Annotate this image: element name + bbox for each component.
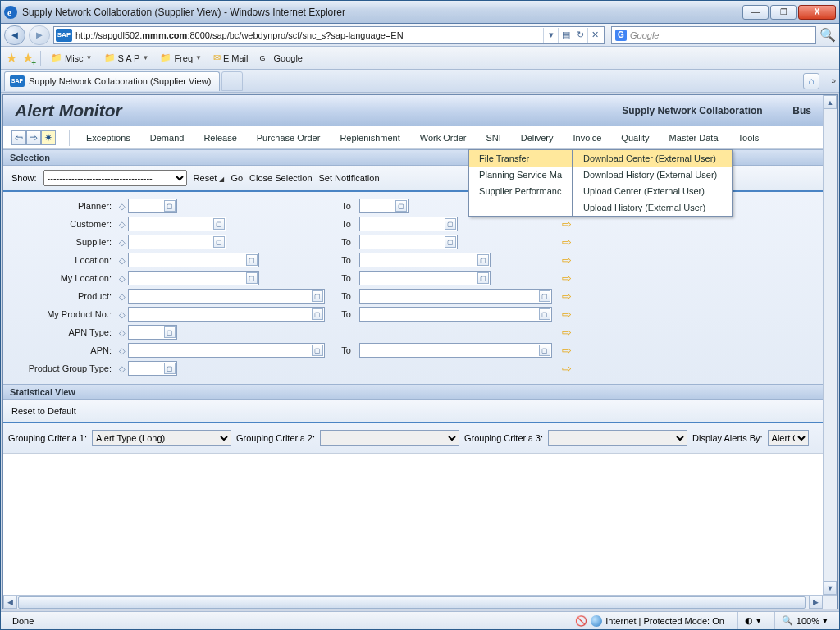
multi-select-icon[interactable]: ⇨ [562, 217, 572, 231]
close-button[interactable]: X [798, 5, 836, 20]
menu-sni[interactable]: SNI [477, 130, 509, 146]
search-box[interactable]: G Google [611, 26, 816, 44]
maximize-button[interactable]: ❐ [770, 5, 797, 20]
address-bar[interactable]: SAP http://sapgdl502.mmm.com:8000/sap/bc… [53, 26, 605, 44]
menu-exceptions[interactable]: Exceptions [78, 130, 139, 146]
toolbar-overflow-icon[interactable]: » [831, 76, 836, 85]
multi-select-icon[interactable]: ⇨ [562, 362, 572, 375]
multi-select-icon[interactable]: ⇨ [562, 344, 572, 357]
menu-quality[interactable]: Quality [613, 130, 657, 146]
go-link[interactable]: Go [231, 173, 243, 183]
f4-icon[interactable]: ▢ [164, 200, 176, 212]
menu-masterdata[interactable]: Master Data [661, 130, 727, 146]
nav-home-icon[interactable]: ✷ [41, 130, 56, 145]
planner-from-input[interactable]: ▢ [128, 199, 177, 213]
scroll-up-icon[interactable]: ▲ [824, 95, 837, 109]
home-button[interactable]: ⌂ [803, 73, 819, 89]
f4-icon[interactable]: ▢ [539, 308, 550, 320]
f4-icon[interactable]: ▢ [213, 236, 225, 248]
f4-icon[interactable]: ▢ [477, 272, 489, 284]
product-from-input[interactable]: ▢ [128, 289, 325, 304]
mi-download-history[interactable]: Download History (External User) [573, 167, 732, 183]
back-button[interactable]: ◄ [4, 25, 25, 45]
multi-select-icon[interactable]: ⇨ [562, 326, 572, 339]
add-favorite-icon[interactable]: ★+ [22, 50, 34, 66]
fav-misc[interactable]: 📁Misc▼ [48, 51, 96, 65]
diamond-icon[interactable]: ◇ [116, 274, 128, 283]
apn-to-input[interactable]: ▢ [359, 343, 552, 358]
gc3-select[interactable] [548, 430, 687, 446]
nav-back-icon[interactable]: ⇦ [11, 130, 26, 145]
f4-icon[interactable]: ▢ [477, 254, 489, 266]
apntype-input[interactable]: ▢ [128, 325, 177, 340]
scroll-thumb[interactable] [18, 596, 806, 609]
scroll-down-icon[interactable]: ▼ [824, 581, 837, 595]
mi-planning-service[interactable]: Planning Service Ma [469, 167, 572, 183]
f4-icon[interactable]: ▢ [539, 290, 550, 302]
stop-icon[interactable]: ✕ [587, 28, 602, 43]
show-select[interactable]: ----------------------------------- [43, 170, 187, 186]
mi-file-transfer[interactable]: File Transfer [469, 150, 572, 167]
menu-po[interactable]: Purchase Order [249, 130, 329, 146]
reset-default-link[interactable]: Reset to Default [11, 406, 76, 416]
favorites-star-icon[interactable]: ★ [6, 50, 17, 66]
status-zoom[interactable]: 🔍100% ▾ [774, 612, 834, 629]
new-tab-button[interactable] [221, 71, 243, 91]
menu-release[interactable]: Release [195, 130, 244, 146]
menu-demand[interactable]: Demand [142, 130, 193, 146]
myprod-from-input[interactable]: ▢ [128, 307, 325, 322]
multi-select-icon[interactable]: ⇨ [562, 290, 572, 303]
fav-sap[interactable]: 📁S A P▼ [101, 51, 153, 65]
scroll-left-icon[interactable]: ◀ [3, 596, 17, 609]
mylocation-to-input[interactable]: ▢ [359, 271, 491, 285]
f4-icon[interactable]: ▢ [213, 218, 225, 230]
supplier-to-input[interactable]: ▢ [359, 235, 458, 249]
forward-button[interactable]: ► [29, 25, 50, 45]
apn-from-input[interactable]: ▢ [128, 343, 325, 358]
customer-from-input[interactable]: ▢ [128, 217, 226, 231]
menu-tools[interactable]: Tools [730, 130, 768, 146]
f4-icon[interactable]: ▢ [445, 218, 456, 230]
pgt-input[interactable]: ▢ [128, 361, 177, 376]
vertical-scrollbar[interactable]: ▲ ▼ [823, 95, 837, 595]
diamond-icon[interactable]: ◇ [116, 202, 128, 211]
mi-upload-history[interactable]: Upload History (External User) [573, 199, 732, 216]
diamond-icon[interactable]: ◇ [116, 310, 128, 319]
horizontal-scrollbar[interactable]: ◀ ▶ [3, 595, 837, 609]
f4-icon[interactable]: ▢ [164, 363, 176, 374]
set-notification-link[interactable]: Set Notification [319, 173, 380, 183]
planner-to-input[interactable]: ▢ [359, 199, 409, 213]
close-selection-link[interactable]: Close Selection [249, 173, 312, 183]
minimize-button[interactable]: — [742, 5, 769, 20]
f4-icon[interactable]: ▢ [312, 345, 323, 356]
f4-icon[interactable]: ▢ [312, 290, 323, 302]
menu-replenishment[interactable]: Replenishment [331, 130, 408, 146]
diamond-icon[interactable]: ◇ [116, 346, 128, 355]
compat-view-icon[interactable]: ▤ [558, 28, 573, 43]
fav-email[interactable]: ✉E Mail [210, 51, 252, 65]
f4-icon[interactable]: ▢ [395, 200, 407, 212]
fav-google[interactable]: GGoogle [256, 51, 305, 66]
gc2-select[interactable] [320, 430, 459, 446]
reset-link[interactable]: Reset ◢ [194, 173, 225, 183]
diamond-icon[interactable]: ◇ [116, 238, 128, 247]
menu-workorder[interactable]: Work Order [412, 130, 475, 146]
nav-fwd-icon[interactable]: ⇨ [26, 130, 41, 145]
supplier-from-input[interactable]: ▢ [128, 235, 226, 249]
search-go-icon[interactable]: 🔍 [819, 27, 836, 43]
mi-download-center[interactable]: Download Center (External User) [573, 150, 732, 167]
f4-icon[interactable]: ▢ [164, 326, 176, 338]
multi-select-icon[interactable]: ⇨ [562, 253, 572, 267]
product-to-input[interactable]: ▢ [359, 289, 552, 304]
mi-upload-center[interactable]: Upload Center (External User) [573, 183, 732, 199]
diamond-icon[interactable]: ◇ [116, 220, 128, 229]
gc1-select[interactable]: Alert Type (Long) [92, 430, 231, 446]
diamond-icon[interactable]: ◇ [116, 256, 128, 265]
page-tab[interactable]: SAP Supply Network Collaboration (Suppli… [4, 71, 220, 91]
display-by-select[interactable]: Alert Cat [768, 430, 809, 446]
myprod-to-input[interactable]: ▢ [359, 307, 552, 322]
multi-select-icon[interactable]: ⇨ [562, 308, 572, 321]
multi-select-icon[interactable]: ⇨ [562, 272, 572, 285]
location-from-input[interactable]: ▢ [128, 253, 259, 267]
f4-icon[interactable]: ▢ [246, 254, 258, 266]
